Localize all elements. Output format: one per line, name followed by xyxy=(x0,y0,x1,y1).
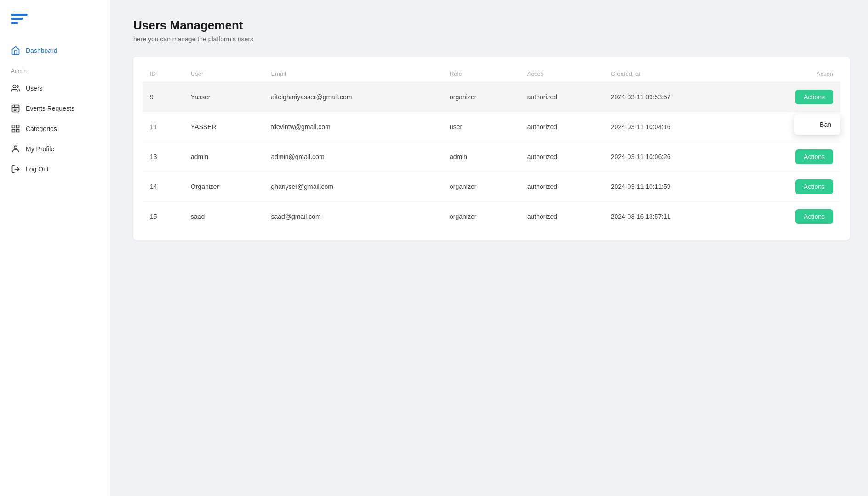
cell-created-at: 2024-03-11 10:04:16 xyxy=(604,112,743,142)
table-header-row: ID User Email Role Acces Created_at Acti… xyxy=(143,66,840,82)
section-admin-label: Admin xyxy=(0,61,110,78)
col-header-user: User xyxy=(183,66,264,82)
cell-email: aitelghariyasser@gmail.com xyxy=(263,82,442,112)
sidebar-item-dashboard[interactable]: Dashboard xyxy=(0,40,110,61)
svg-rect-7 xyxy=(17,125,19,128)
cell-created-at: 2024-03-11 10:06:26 xyxy=(604,142,743,172)
action-col: Actions xyxy=(742,172,840,202)
actions-button[interactable]: Actions xyxy=(795,149,833,164)
categories-icon xyxy=(11,124,20,133)
cell-role: organizer xyxy=(442,172,520,202)
table-row: 11YASSERtdevintw@gmail.comuserauthorized… xyxy=(143,112,840,142)
sidebar-item-events-requests-label: Events Requests xyxy=(26,105,74,112)
logout-icon xyxy=(11,165,20,174)
action-col: Actions xyxy=(742,142,840,172)
cell-role: admin xyxy=(442,142,520,172)
sidebar-item-categories[interactable]: Categories xyxy=(0,119,110,139)
cell-created-at: 2024-03-16 13:57:11 xyxy=(604,202,743,232)
cell-access: authorized xyxy=(520,202,604,232)
cell-user: admin xyxy=(183,142,264,172)
svg-rect-9 xyxy=(17,130,19,132)
actions-button[interactable]: Actions xyxy=(795,209,833,224)
users-table: ID User Email Role Acces Created_at Acti… xyxy=(143,66,840,231)
events-icon xyxy=(11,104,20,113)
table-row: 14Organizerghariyser@gmail.comorganizera… xyxy=(143,172,840,202)
logo-bar-1 xyxy=(11,14,28,16)
cell-created-at: 2024-03-11 10:11:59 xyxy=(604,172,743,202)
action-col: ActionsBan xyxy=(742,82,840,112)
cell-email: saad@gmail.com xyxy=(263,202,442,232)
dropdown-item-ban[interactable]: Ban xyxy=(794,116,840,133)
col-header-id: ID xyxy=(143,66,183,82)
cell-created-at: 2024-03-11 09:53:57 xyxy=(604,82,743,112)
cell-role: organizer xyxy=(442,82,520,112)
cell-id: 11 xyxy=(143,112,183,142)
users-table-card: ID User Email Role Acces Created_at Acti… xyxy=(133,57,850,240)
cell-id: 13 xyxy=(143,142,183,172)
cell-id: 15 xyxy=(143,202,183,232)
logo xyxy=(0,9,110,40)
col-header-access: Acces xyxy=(520,66,604,82)
sidebar-item-my-profile-label: My Profile xyxy=(26,145,54,153)
actions-button[interactable]: Actions xyxy=(795,179,833,194)
main-content: Users Management here you can manage the… xyxy=(110,0,868,496)
sidebar-item-log-out[interactable]: Log Out xyxy=(0,159,110,179)
cell-access: authorized xyxy=(520,112,604,142)
sidebar-item-users-label: Users xyxy=(26,85,43,92)
page-title: Users Management xyxy=(133,18,850,33)
cell-email: admin@gmail.com xyxy=(263,142,442,172)
users-icon xyxy=(11,84,20,93)
cell-email: tdevintw@gmail.com xyxy=(263,112,442,142)
svg-rect-6 xyxy=(12,125,15,128)
col-header-action: Action xyxy=(742,66,840,82)
sidebar-item-users[interactable]: Users xyxy=(0,78,110,98)
logo-bar-3 xyxy=(11,22,18,24)
action-col: Actions xyxy=(742,202,840,232)
cell-role: user xyxy=(442,112,520,142)
cell-user: YASSER xyxy=(183,112,264,142)
table-row: 15saadsaad@gmail.comorganizerauthorized2… xyxy=(143,202,840,232)
col-header-role: Role xyxy=(442,66,520,82)
cell-user: Yasser xyxy=(183,82,264,112)
cell-user: saad xyxy=(183,202,264,232)
col-header-email: Email xyxy=(263,66,442,82)
profile-icon xyxy=(11,144,20,154)
cell-access: authorized xyxy=(520,82,604,112)
table-row: 13adminadmin@gmail.comadminauthorized202… xyxy=(143,142,840,172)
table-row: 9Yasseraitelghariyasser@gmail.comorganiz… xyxy=(143,82,840,112)
svg-rect-8 xyxy=(12,130,15,132)
svg-point-10 xyxy=(14,146,17,149)
sidebar-item-events-requests[interactable]: Events Requests xyxy=(0,98,110,119)
cell-id: 14 xyxy=(143,172,183,202)
sidebar-item-dashboard-label: Dashboard xyxy=(26,47,57,54)
cell-access: authorized xyxy=(520,142,604,172)
sidebar-item-log-out-label: Log Out xyxy=(26,165,49,173)
svg-rect-1 xyxy=(12,105,19,112)
actions-dropdown: Ban xyxy=(794,114,840,135)
sidebar-item-categories-label: Categories xyxy=(26,125,57,132)
col-header-created-at: Created_at xyxy=(604,66,743,82)
cell-user: Organizer xyxy=(183,172,264,202)
cell-email: ghariyser@gmail.com xyxy=(263,172,442,202)
sidebar: Dashboard Admin Users Events Requests xyxy=(0,0,110,496)
logo-bar-2 xyxy=(11,18,23,20)
logo-icon xyxy=(11,14,28,27)
home-icon xyxy=(11,46,20,55)
actions-button[interactable]: Actions xyxy=(795,90,833,104)
cell-access: authorized xyxy=(520,172,604,202)
cell-id: 9 xyxy=(143,82,183,112)
svg-point-0 xyxy=(13,85,16,88)
sidebar-item-my-profile[interactable]: My Profile xyxy=(0,139,110,159)
cell-role: organizer xyxy=(442,202,520,232)
page-subtitle: here you can manage the platform's users xyxy=(133,35,850,43)
